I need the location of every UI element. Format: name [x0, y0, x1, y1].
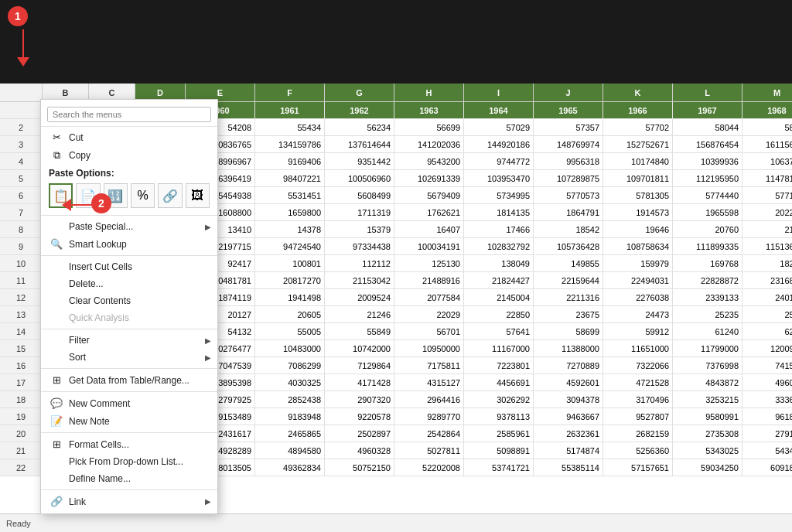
cell-y1968[interactable]: 3336930	[742, 391, 792, 408]
cell-y1966[interactable]: 2276038	[603, 289, 673, 305]
cell-y1962[interactable]: 5608499	[325, 187, 394, 203]
cell-y1966[interactable]: 108758634	[603, 238, 673, 254]
menu-item-format-cells[interactable]: ⊞ Format Cells...	[41, 435, 217, 453]
cell-y1962[interactable]: 55849	[325, 323, 394, 339]
cell-y1962[interactable]: 4171428	[325, 374, 394, 390]
cell-y1962[interactable]: 2009524	[325, 289, 394, 305]
cell-y1963[interactable]: 5027811	[394, 442, 464, 459]
paste-icon-6[interactable]: 🖼	[186, 183, 210, 208]
cell-y1962[interactable]: 2502897	[325, 425, 394, 442]
cell-y1965[interactable]: 148769974	[534, 136, 603, 152]
cell-y1967[interactable]: 156876454	[673, 136, 742, 152]
cell-y1965[interactable]: 1864791	[534, 204, 603, 220]
col-header-f[interactable]: F	[255, 84, 325, 101]
cell-y1968[interactable]: 2022272	[742, 204, 792, 220]
cell-y1966[interactable]: 59912	[603, 323, 673, 339]
paste-icon-5[interactable]: 🔗	[158, 183, 182, 208]
cell-y1967[interactable]: 3253215	[673, 391, 742, 408]
cell-y1964[interactable]: 1964	[464, 102, 534, 118]
cell-y1964[interactable]: 5098891	[464, 442, 534, 459]
cell-y1961[interactable]: 9183948	[255, 408, 325, 425]
cell-y1962[interactable]: 1962	[325, 102, 394, 118]
cell-y1965[interactable]: 1965	[534, 102, 603, 118]
cell-y1965[interactable]: 149855	[534, 255, 603, 271]
cell-y1963[interactable]: 9289770	[394, 408, 464, 425]
cell-y1966[interactable]: 9527807	[603, 408, 673, 425]
cell-y1967[interactable]: 59034250	[673, 459, 742, 476]
cell-y1965[interactable]: 105736428	[534, 238, 603, 254]
cell-y1961[interactable]: 20817270	[255, 272, 325, 288]
cell-y1964[interactable]: 21824427	[464, 272, 534, 288]
cell-y1968[interactable]: 4960237	[742, 374, 792, 390]
cell-y1966[interactable]: 57157651	[603, 459, 673, 476]
cell-y1966[interactable]: 4721528	[603, 374, 673, 390]
cell-y1968[interactable]: 1968	[742, 102, 792, 118]
cell-y1963[interactable]: 2964416	[394, 391, 464, 408]
cell-y1962[interactable]: 21246	[325, 306, 394, 322]
cell-y1965[interactable]: 11388000	[534, 340, 603, 356]
cell-y1964[interactable]: 17466	[464, 221, 534, 237]
cell-y1964[interactable]: 138049	[464, 255, 534, 271]
menu-item-new-note[interactable]: 📝 New Note	[41, 412, 217, 430]
cell-y1966[interactable]: 1914573	[603, 204, 673, 220]
cell-y1964[interactable]: 103953470	[464, 170, 534, 186]
cell-y1967[interactable]: 10399936	[673, 153, 742, 169]
cell-y1965[interactable]: 23675	[534, 306, 603, 322]
cell-y1966[interactable]: 57702	[603, 119, 673, 135]
cell-y1965[interactable]: 5770573	[534, 187, 603, 203]
cell-y1961[interactable]: 5531451	[255, 187, 325, 203]
cell-y1961[interactable]: 94724540	[255, 238, 325, 254]
cell-y1966[interactable]: 159979	[603, 255, 673, 271]
cell-y1965[interactable]: 7270889	[534, 357, 603, 373]
cell-y1964[interactable]: 144920186	[464, 136, 534, 152]
cell-y1961[interactable]: 20605	[255, 306, 325, 322]
cell-y1967[interactable]: 11799000	[673, 340, 742, 356]
cell-y1963[interactable]: 125130	[394, 255, 464, 271]
cell-y1968[interactable]: 23168268	[742, 272, 792, 288]
cell-y1967[interactable]: 1967	[673, 102, 742, 118]
cell-y1965[interactable]: 9463667	[534, 408, 603, 425]
cell-y1965[interactable]: 55385114	[534, 459, 603, 476]
cell-y1967[interactable]: 111899335	[673, 238, 742, 254]
cell-y1967[interactable]: 112195950	[673, 170, 742, 186]
menu-item-link[interactable]: 🔗 Link ▶	[41, 493, 217, 510]
cell-y1966[interactable]: 3170496	[603, 391, 673, 408]
cell-y1963[interactable]: 9543200	[394, 153, 464, 169]
menu-item-clear[interactable]: Clear Contents	[41, 292, 217, 309]
cell-y1962[interactable]: 97334438	[325, 238, 394, 254]
cell-y1963[interactable]: 141202036	[394, 136, 464, 152]
cell-y1964[interactable]: 2585961	[464, 425, 534, 442]
cell-y1967[interactable]: 4843872	[673, 374, 742, 390]
col-header-l[interactable]: L	[673, 84, 742, 101]
cell-y1968[interactable]: 58377	[742, 119, 792, 135]
cell-y1961[interactable]: 2852438	[255, 391, 325, 408]
cell-y1962[interactable]: 100506960	[325, 170, 394, 186]
cell-y1967[interactable]: 1965598	[673, 204, 742, 220]
cell-y1964[interactable]: 7223801	[464, 357, 534, 373]
cell-y1966[interactable]: 2682159	[603, 425, 673, 442]
cell-y1963[interactable]: 22029	[394, 306, 464, 322]
menu-item-copy[interactable]: ⧉ Copy	[41, 146, 217, 165]
cell-y1961[interactable]: 2465865	[255, 425, 325, 442]
cell-y1967[interactable]: 25235	[673, 306, 742, 322]
menu-item-smart-lookup[interactable]: 🔍 Smart Lookup	[41, 235, 217, 253]
cell-y1966[interactable]: 7322066	[603, 357, 673, 373]
cell-y1964[interactable]: 102832792	[464, 238, 534, 254]
cell-y1968[interactable]: 5434046	[742, 442, 792, 459]
cell-y1961[interactable]: 4030325	[255, 374, 325, 390]
menu-item-get-data[interactable]: ⊞ Get Data from Table/Range...	[41, 371, 217, 389]
cell-y1963[interactable]: 16407	[394, 221, 464, 237]
cell-y1963[interactable]: 4315127	[394, 374, 464, 390]
cell-y1965[interactable]: 58699	[534, 323, 603, 339]
cell-y1963[interactable]: 100034191	[394, 238, 464, 254]
col-header-g[interactable]: G	[325, 84, 394, 101]
cell-y1961[interactable]: 9169406	[255, 153, 325, 169]
cell-y1961[interactable]: 1941498	[255, 289, 325, 305]
cell-y1967[interactable]: 2339133	[673, 289, 742, 305]
cell-y1967[interactable]: 7376998	[673, 357, 742, 373]
cell-y1962[interactable]: 137614644	[325, 136, 394, 152]
cell-y1966[interactable]: 109701811	[603, 170, 673, 186]
cell-y1968[interactable]: 114781116	[742, 170, 792, 186]
cell-y1964[interactable]: 2145004	[464, 289, 534, 305]
cell-y1961[interactable]: 98407221	[255, 170, 325, 186]
